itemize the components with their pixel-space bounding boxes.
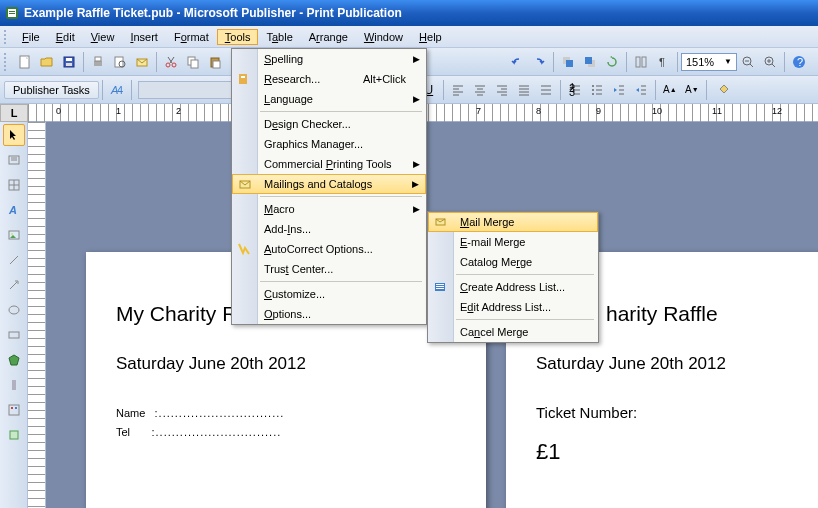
align-justify-button[interactable] xyxy=(513,79,535,101)
distributed-button[interactable] xyxy=(535,79,557,101)
open-button[interactable] xyxy=(36,51,58,73)
send-back-button[interactable] xyxy=(579,51,601,73)
svg-rect-90 xyxy=(9,332,19,338)
new-button[interactable] xyxy=(14,51,36,73)
svg-rect-103 xyxy=(436,288,444,289)
bookmark-tool[interactable] xyxy=(3,374,25,396)
bring-front-button[interactable] xyxy=(557,51,579,73)
svg-rect-6 xyxy=(66,58,72,61)
window-title: Example Raffle Ticket.pub - Microsoft Pu… xyxy=(24,6,402,20)
menu-options[interactable]: Options... xyxy=(232,304,426,324)
zoom-box[interactable]: 151%▼ xyxy=(681,53,737,71)
tools-palette: A xyxy=(0,122,28,508)
arrow-tool[interactable] xyxy=(3,274,25,296)
vertical-ruler[interactable] xyxy=(28,122,46,508)
menu-addins[interactable]: Add-Ins... xyxy=(232,219,426,239)
decrease-indent-button[interactable] xyxy=(608,79,630,101)
svg-line-88 xyxy=(10,282,17,289)
decrease-font-button[interactable]: A▼ xyxy=(681,79,703,101)
print-button[interactable] xyxy=(87,51,109,73)
svg-rect-91 xyxy=(12,380,16,390)
svg-point-70 xyxy=(592,93,594,95)
submenu-catalog-merge[interactable]: Catalog Merge xyxy=(428,252,598,272)
menu-research[interactable]: Research...Alt+Click xyxy=(232,69,426,89)
textbox-tool[interactable] xyxy=(3,149,25,171)
help-button[interactable]: ? xyxy=(788,51,810,73)
svg-text:A: A xyxy=(8,204,17,216)
table-tool[interactable] xyxy=(3,174,25,196)
bullets-button[interactable] xyxy=(586,79,608,101)
svg-rect-27 xyxy=(636,57,640,67)
increase-indent-button[interactable] xyxy=(630,79,652,101)
pointer-tool[interactable] xyxy=(3,124,25,146)
wordart-tool[interactable]: A xyxy=(3,199,25,221)
menubar-grip[interactable] xyxy=(4,30,10,44)
numbering-button[interactable]: 123 xyxy=(564,79,586,101)
submenu-create-address[interactable]: Create Address List... xyxy=(428,277,598,297)
align-center-button[interactable] xyxy=(469,79,491,101)
svg-rect-9 xyxy=(95,57,101,61)
print-preview-button[interactable] xyxy=(109,51,131,73)
svg-text:3: 3 xyxy=(569,86,575,97)
menu-autocorrect[interactable]: AutoCorrect Options... xyxy=(232,239,426,259)
menu-customize[interactable]: Customize... xyxy=(232,284,426,304)
redo-button[interactable] xyxy=(528,51,550,73)
menu-graphics-manager[interactable]: Graphics Manager... xyxy=(232,134,426,154)
copy-button[interactable] xyxy=(182,51,204,73)
rectangle-tool[interactable] xyxy=(3,324,25,346)
svg-rect-16 xyxy=(191,60,198,68)
menu-table[interactable]: Table xyxy=(258,29,300,45)
align-right-button[interactable] xyxy=(491,79,513,101)
submenu-mail-merge[interactable]: Mail Merge xyxy=(428,212,598,232)
increase-font-button[interactable]: A▲ xyxy=(659,79,681,101)
menu-macro[interactable]: Macro▶ xyxy=(232,199,426,219)
form-lines: Name :............................... Te… xyxy=(116,404,456,441)
email-button[interactable] xyxy=(131,51,153,73)
menu-insert[interactable]: Insert xyxy=(122,29,166,45)
submenu-cancel-merge[interactable]: Cancel Merge xyxy=(428,322,598,342)
zoom-out-button[interactable] xyxy=(737,51,759,73)
paste-button[interactable] xyxy=(204,51,226,73)
undo-button[interactable] xyxy=(506,51,528,73)
align-left-button[interactable] xyxy=(447,79,469,101)
menu-view[interactable]: View xyxy=(83,29,123,45)
menu-arrange[interactable]: Arrange xyxy=(301,29,356,45)
menu-mailings-catalogs[interactable]: Mailings and Catalogs▶ xyxy=(232,174,426,194)
toolbar-grip[interactable] xyxy=(4,53,10,71)
menu-design-checker[interactable]: Design Checker... xyxy=(232,114,426,134)
menu-trust-center[interactable]: Trust Center... xyxy=(232,259,426,279)
cut-button[interactable] xyxy=(160,51,182,73)
publisher-tasks-button[interactable]: Publisher Tasks xyxy=(4,81,99,99)
save-button[interactable] xyxy=(58,51,80,73)
columns-button[interactable] xyxy=(630,51,652,73)
item-tool[interactable] xyxy=(3,424,25,446)
menu-window[interactable]: Window xyxy=(356,29,411,45)
rotate-button[interactable] xyxy=(601,51,623,73)
svg-text:?: ? xyxy=(797,56,803,68)
line-tool[interactable] xyxy=(3,249,25,271)
menu-tools[interactable]: Tools xyxy=(217,29,259,45)
zoom-in-button[interactable] xyxy=(759,51,781,73)
menu-file[interactable]: File xyxy=(14,29,48,45)
ruler-corner[interactable]: L xyxy=(0,104,28,122)
menu-help[interactable]: Help xyxy=(411,29,450,45)
submenu-email-merge[interactable]: E-mail Merge xyxy=(428,232,598,252)
svg-line-34 xyxy=(772,64,775,67)
design-gallery-tool[interactable] xyxy=(3,399,25,421)
svg-point-13 xyxy=(166,63,170,67)
oval-tool[interactable] xyxy=(3,299,25,321)
autoshapes-tool[interactable] xyxy=(3,349,25,371)
special-chars-button[interactable]: ¶ xyxy=(652,51,674,73)
menu-format[interactable]: Format xyxy=(166,29,217,45)
picture-tool[interactable] xyxy=(3,224,25,246)
fill-color-button[interactable] xyxy=(710,79,740,101)
menu-language[interactable]: Language▶ xyxy=(232,89,426,109)
svg-rect-92 xyxy=(9,405,19,415)
styles-button[interactable]: A4 xyxy=(106,79,128,101)
submenu-edit-address[interactable]: Edit Address List... xyxy=(428,297,598,317)
svg-rect-8 xyxy=(94,61,102,66)
menu-spelling[interactable]: Spelling▶ xyxy=(232,49,426,69)
menu-commercial-printing[interactable]: Commercial Printing Tools▶ xyxy=(232,154,426,174)
mail-merge-icon xyxy=(433,214,449,230)
menu-edit[interactable]: Edit xyxy=(48,29,83,45)
